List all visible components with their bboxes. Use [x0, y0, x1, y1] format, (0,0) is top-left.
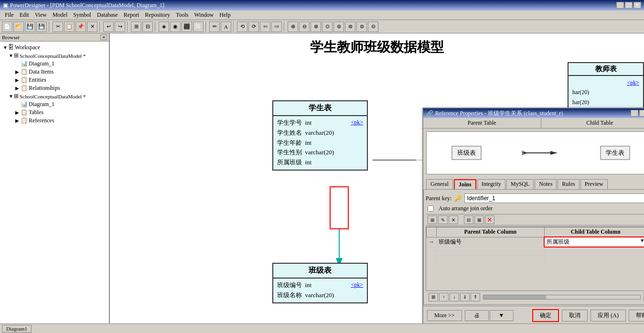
- tab-general[interactable]: General: [426, 179, 453, 189]
- grid-hscroll[interactable]: [483, 295, 641, 300]
- tb-delete[interactable]: ✕: [87, 21, 97, 32]
- tb-btn18[interactable]: ⊝: [368, 21, 378, 32]
- tab-preview[interactable]: Preview: [580, 179, 608, 189]
- tab-rules[interactable]: Rules: [558, 179, 579, 189]
- close-btn[interactable]: ✕: [633, 2, 641, 9]
- more-btn[interactable]: More >>: [427, 310, 462, 321]
- parent-empty-1: [437, 247, 545, 256]
- cancel-btn[interactable]: 取消: [562, 310, 588, 322]
- tb-btn5[interactable]: ⬛: [182, 21, 192, 32]
- help-btn[interactable]: 帮助: [629, 310, 644, 322]
- tb-btn6[interactable]: ⬜: [193, 21, 204, 32]
- child-col-value[interactable]: 所属班级 ▼: [544, 237, 644, 247]
- tab-diagram1[interactable]: Diagram1: [2, 325, 32, 333]
- tree-references[interactable]: ▶ 📋 References: [2, 117, 107, 125]
- join-connector-rect: [330, 186, 349, 229]
- menu-file[interactable]: File: [2, 11, 17, 20]
- maximize-btn[interactable]: □: [625, 2, 633, 9]
- dialog-maximize[interactable]: □: [639, 110, 644, 117]
- grid-bottom-btn3[interactable]: ↓: [450, 293, 459, 301]
- minimize-btn[interactable]: _: [616, 2, 624, 9]
- tab-integrity[interactable]: Integrity: [477, 179, 505, 189]
- menu-symbol[interactable]: Symbol: [70, 11, 94, 20]
- join-delete[interactable]: ✕: [485, 215, 494, 224]
- tb-btn3[interactable]: ◈: [159, 21, 169, 32]
- tb-btn12[interactable]: ⊖: [299, 21, 310, 32]
- print-dropdown[interactable]: ▼: [490, 310, 514, 321]
- parent-empty-5: [437, 281, 545, 290]
- tb-open[interactable]: 📂: [13, 21, 24, 32]
- tb-btn13[interactable]: ⊗: [311, 21, 321, 32]
- panel-close[interactable]: ✕: [100, 34, 107, 40]
- class-header: 班级表: [273, 264, 367, 279]
- join-btn1[interactable]: ⊞: [428, 215, 437, 224]
- tab-notes[interactable]: Notes: [535, 179, 557, 189]
- tb-btn9[interactable]: ⇦: [260, 21, 270, 32]
- tab-mysql[interactable]: MySQL: [506, 179, 534, 189]
- grid-bottom-btn1[interactable]: ⊞: [429, 293, 438, 301]
- tree-school2[interactable]: ▼ ⊞ SchoolConceptualDataModel *: [2, 92, 107, 100]
- tree-relationships[interactable]: ▶ 📋 Relationships: [2, 84, 107, 92]
- confirm-btn[interactable]: 确定: [532, 309, 559, 322]
- tb-btn2[interactable]: ⊟: [142, 21, 153, 32]
- tb-pen[interactable]: ✏: [209, 21, 220, 32]
- grid-container: Parent Table Column Child Table Column →…: [426, 226, 644, 291]
- tb-undo[interactable]: ↩: [103, 21, 114, 32]
- menu-help[interactable]: Help: [216, 11, 233, 20]
- menu-report[interactable]: Report: [121, 11, 142, 20]
- grid-bottom-bar: ⊞ ↑ ↓ ⇓ ⇑ ▶: [426, 292, 644, 302]
- dialog-minimize[interactable]: _: [631, 110, 638, 117]
- tree-diagram1[interactable]: 📊 Diagram_1: [2, 60, 107, 68]
- cell-dropdown[interactable]: ▼: [640, 238, 644, 243]
- join-btn5[interactable]: ⊠: [474, 215, 484, 224]
- print-btn[interactable]: 🖨: [465, 310, 489, 321]
- menu-window[interactable]: Window: [191, 11, 216, 20]
- tree-entities[interactable]: ▶ 📋 Entities: [2, 76, 107, 84]
- tb-btn7[interactable]: ⟲: [237, 21, 247, 32]
- tb-btn1[interactable]: ⊞: [131, 21, 141, 32]
- apply-btn[interactable]: 应用 (A): [590, 310, 626, 322]
- class-body: 班级编号 int <pk> 班级名称 varchar(20): [273, 279, 367, 302]
- grid-bottom-btn5[interactable]: ⇑: [471, 293, 480, 301]
- tb-copy[interactable]: 📋: [64, 21, 75, 32]
- join-btn4[interactable]: ⊟: [464, 215, 473, 224]
- tb-cut[interactable]: ✂: [53, 21, 63, 32]
- tb-btn15[interactable]: ⊚: [333, 21, 344, 32]
- tree-workspace[interactable]: ▼ 🗄 Workspace: [2, 43, 107, 52]
- tb-new[interactable]: 📄: [2, 21, 12, 32]
- tb-btn17[interactable]: ⊜: [356, 21, 367, 32]
- menu-view[interactable]: View: [32, 11, 50, 20]
- tree-diagram2[interactable]: 📊 Diagram_1: [2, 100, 107, 108]
- parent-key-select[interactable]: Identifier_1: [464, 193, 644, 203]
- tree-dataitems[interactable]: ▶ 📋 Data Items: [2, 68, 107, 76]
- tb-btn10[interactable]: ⇨: [271, 21, 282, 32]
- menu-tools[interactable]: Tools: [173, 11, 192, 20]
- tree-tables[interactable]: ▶ 📋 Tables: [2, 108, 107, 117]
- tb-sep6: [233, 21, 235, 32]
- parent-col-value: 班级编号: [437, 237, 545, 247]
- grid-bottom-btn4[interactable]: ⇓: [460, 293, 470, 301]
- menu-repository[interactable]: Repository: [142, 11, 173, 20]
- menu-database[interactable]: Database: [94, 11, 121, 20]
- tb-btn14[interactable]: ⊙: [322, 21, 333, 32]
- auto-arrange-checkbox[interactable]: [428, 205, 434, 212]
- tb-save2[interactable]: 💾: [36, 21, 47, 32]
- table-row[interactable]: → 班级编号 所属班级 ▼ ▲: [427, 237, 644, 247]
- tb-btn4[interactable]: ◉: [170, 21, 181, 32]
- tb-btn16[interactable]: ⊛: [345, 21, 355, 32]
- join-btn3[interactable]: ✕: [449, 215, 458, 224]
- tb-fill[interactable]: A: [221, 21, 231, 32]
- tab-joins[interactable]: Joins: [454, 179, 476, 189]
- class-table[interactable]: 班级表 班级编号 int <pk> 班级名称 varchar(20): [272, 263, 368, 303]
- join-btn2[interactable]: ✎: [438, 215, 448, 224]
- menu-edit[interactable]: Edit: [17, 11, 32, 20]
- tb-save[interactable]: 💾: [25, 21, 35, 32]
- menu-model[interactable]: Model: [50, 11, 70, 20]
- student-table[interactable]: 学生表 学生学号 int <pk> 学生姓名 varchar(20) 学生年龄 …: [272, 100, 368, 171]
- tree-school1[interactable]: ▼ ⊞ SchoolConceptualDataModel *: [2, 52, 107, 60]
- tb-paste[interactable]: 📌: [75, 21, 86, 32]
- tb-btn11[interactable]: ⊕: [288, 21, 298, 32]
- grid-bottom-btn2[interactable]: ↑: [439, 293, 449, 301]
- tb-btn8[interactable]: ⟳: [248, 21, 259, 32]
- tb-redo[interactable]: ↪: [115, 21, 125, 32]
